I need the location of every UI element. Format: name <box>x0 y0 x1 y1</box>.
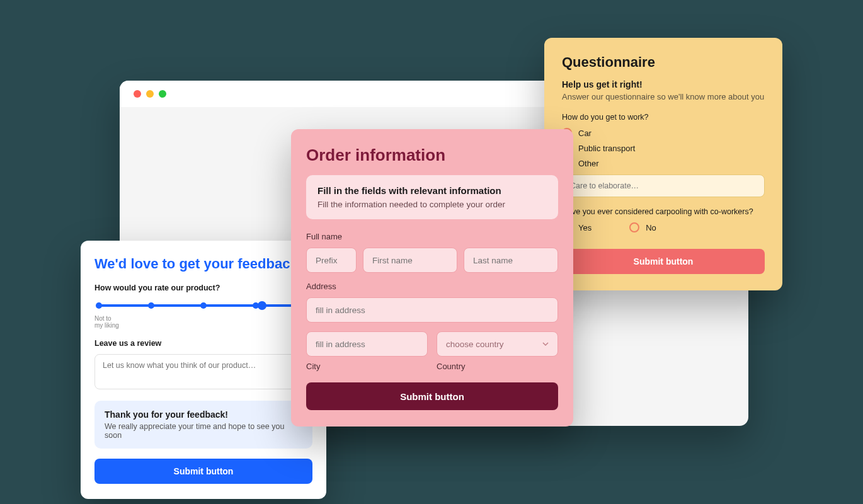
name-row <box>306 248 558 273</box>
question-1: How do you get to work? <box>562 113 765 122</box>
order-title: Order information <box>306 146 558 165</box>
questionnaire-title: Questionnaire <box>562 54 765 71</box>
order-box-desc: Fill the information needed to complete … <box>317 200 547 209</box>
address-row-1 <box>306 297 558 323</box>
thank-you-title: Thank you for your feedback! <box>105 410 302 420</box>
review-label: Leave us a review <box>94 339 312 348</box>
feedback-title: We'd love to get your feedback <box>94 256 312 272</box>
slider-tick <box>200 302 207 309</box>
question-2: Have you ever considered carpooling with… <box>562 207 765 216</box>
city-label: City <box>306 362 428 371</box>
elaborate-input[interactable] <box>562 175 765 197</box>
radio-label: Car <box>578 129 592 138</box>
country-select[interactable]: choose country <box>437 331 558 357</box>
slider-tick <box>96 302 102 309</box>
first-name-input[interactable] <box>363 248 457 273</box>
rating-slider[interactable] <box>94 301 312 310</box>
country-label: Country <box>437 362 558 371</box>
radio-label: Yes <box>578 223 592 232</box>
city-country-labels: City Country <box>306 362 558 371</box>
radio-option-car[interactable]: Car <box>562 128 765 138</box>
country-placeholder: choose country <box>446 340 504 349</box>
radio-icon <box>629 222 639 232</box>
chevron-down-icon <box>542 341 549 347</box>
radio-label: Other <box>578 159 599 168</box>
feedback-card: We'd love to get your feedback How would… <box>81 241 326 499</box>
window-minimize-dot[interactable] <box>146 90 154 98</box>
radio-label: Public transport <box>578 144 635 153</box>
questionnaire-card: Questionnaire Help us get it right! Answ… <box>544 38 782 290</box>
order-submit-button[interactable]: Submit button <box>306 382 558 410</box>
full-name-label: Full name <box>306 232 558 241</box>
order-box-title: Fill in the fields with relevant informa… <box>317 185 547 196</box>
window-maximize-dot[interactable] <box>159 90 166 98</box>
address-label: Address <box>306 282 558 291</box>
review-textarea[interactable] <box>94 354 312 389</box>
slider-labels: Not to my liking <box>94 315 312 329</box>
address-input-1[interactable] <box>306 297 558 323</box>
slider-thumb[interactable] <box>258 301 266 310</box>
city-input[interactable] <box>306 331 428 357</box>
window-close-dot[interactable] <box>134 90 141 98</box>
slider-label-low: Not to my liking <box>94 315 119 329</box>
questionnaire-submit-button[interactable]: Submit button <box>562 249 765 274</box>
q2-options: Yes No <box>562 222 765 238</box>
radio-option-other[interactable]: Other <box>562 158 765 168</box>
radio-option-public-transport[interactable]: Public transport <box>562 143 765 153</box>
questionnaire-subtitle: Help us get it right! <box>562 79 765 89</box>
prefix-input[interactable] <box>306 248 357 273</box>
order-card: Order information Fill in the fields wit… <box>291 129 573 427</box>
questionnaire-desc: Answer our questionnaire so we'll know m… <box>562 92 765 101</box>
rating-question: How would you rate our product? <box>94 284 312 292</box>
slider-tick <box>148 302 154 309</box>
address-row-2: choose country <box>306 331 558 357</box>
feedback-submit-button[interactable]: Submit button <box>94 459 312 484</box>
radio-option-no[interactable]: No <box>629 222 656 232</box>
thank-you-desc: We really appreciate your time and hope … <box>105 422 302 440</box>
thank-you-box: Thank you for your feedback! We really a… <box>94 401 312 449</box>
order-info-box: Fill in the fields with relevant informa… <box>306 175 558 219</box>
last-name-input[interactable] <box>464 248 558 273</box>
radio-label: No <box>646 223 656 232</box>
q1-options: Car Public transport Other <box>562 128 765 168</box>
